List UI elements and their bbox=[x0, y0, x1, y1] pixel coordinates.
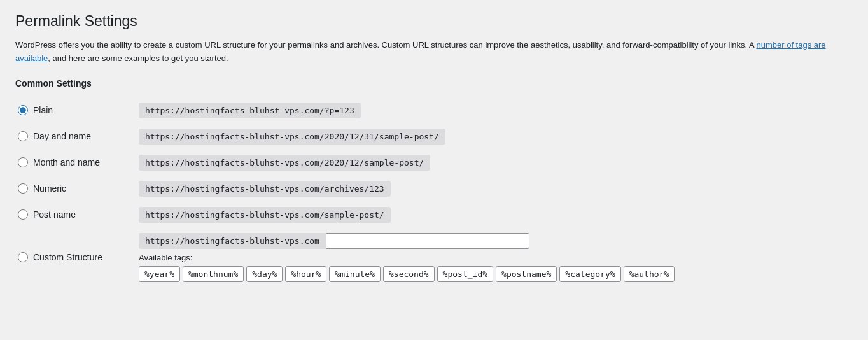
month-and-name-label[interactable]: Month and name bbox=[18, 157, 129, 167]
numeric-url: https://hostingfacts-bluhst-vps.com/arch… bbox=[139, 181, 391, 197]
tag-hour[interactable]: %hour% bbox=[285, 266, 326, 282]
custom-base-url: https://hostingfacts-bluhst-vps.com bbox=[139, 233, 326, 249]
tag-minute[interactable]: %minute% bbox=[329, 266, 381, 282]
available-tags-label: Available tags: bbox=[139, 253, 840, 262]
custom-structure-input[interactable] bbox=[326, 233, 529, 249]
custom-structure-label[interactable]: Custom Structure bbox=[18, 252, 129, 262]
tag-postname[interactable]: %postname% bbox=[496, 266, 557, 282]
row-day-and-name: Day and namehttps://hostingfacts-bluhst-… bbox=[15, 124, 843, 150]
post-name-radio[interactable] bbox=[18, 209, 28, 220]
tag-monthnum[interactable]: %monthnum% bbox=[183, 266, 244, 282]
tag-post_id[interactable]: %post_id% bbox=[437, 266, 493, 282]
plain-label[interactable]: Plain bbox=[18, 105, 129, 115]
page-description: WordPress offers you the ability to crea… bbox=[15, 39, 843, 66]
row-numeric: Numerichttps://hostingfacts-bluhst-vps.c… bbox=[15, 176, 843, 202]
post-name-url: https://hostingfacts-bluhst-vps.com/samp… bbox=[139, 207, 391, 223]
row-post-name: Post namehttps://hostingfacts-bluhst-vps… bbox=[15, 202, 843, 228]
custom-structure-row: Custom Structure https://hostingfacts-bl… bbox=[15, 228, 843, 287]
tag-year[interactable]: %year% bbox=[139, 266, 180, 282]
tag-day[interactable]: %day% bbox=[246, 266, 283, 282]
day-and-name-url: https://hostingfacts-bluhst-vps.com/2020… bbox=[139, 129, 445, 145]
available-tags-section: Available tags: %year%%monthnum%%day%%ho… bbox=[139, 253, 840, 282]
day-and-name-label[interactable]: Day and name bbox=[18, 131, 129, 141]
month-and-name-radio[interactable] bbox=[18, 157, 28, 167]
row-plain: Plainhttps://hostingfacts-bluhst-vps.com… bbox=[15, 97, 843, 124]
tag-author[interactable]: %author% bbox=[624, 266, 675, 282]
row-month-and-name: Month and namehttps://hostingfacts-bluhs… bbox=[15, 150, 843, 176]
plain-url: https://hostingfacts-bluhst-vps.com/?p=1… bbox=[139, 103, 361, 118]
permalink-settings-table: Plainhttps://hostingfacts-bluhst-vps.com… bbox=[15, 97, 843, 287]
numeric-label[interactable]: Numeric bbox=[18, 183, 129, 194]
custom-structure-url-cell: https://hostingfacts-bluhst-vps.com Avai… bbox=[136, 228, 843, 287]
tag-second[interactable]: %second% bbox=[383, 266, 435, 282]
month-and-name-url: https://hostingfacts-bluhst-vps.com/2020… bbox=[139, 155, 430, 171]
post-name-label[interactable]: Post name bbox=[18, 209, 129, 220]
plain-radio[interactable] bbox=[18, 105, 28, 115]
numeric-radio[interactable] bbox=[18, 183, 28, 194]
common-settings-heading: Common Settings bbox=[15, 78, 853, 89]
page-title: Permalink Settings bbox=[15, 13, 853, 30]
tags-container: %year%%monthnum%%day%%hour%%minute%%seco… bbox=[139, 266, 840, 282]
tag-category[interactable]: %category% bbox=[559, 266, 620, 282]
custom-structure-radio[interactable] bbox=[18, 252, 28, 262]
day-and-name-radio[interactable] bbox=[18, 131, 28, 141]
